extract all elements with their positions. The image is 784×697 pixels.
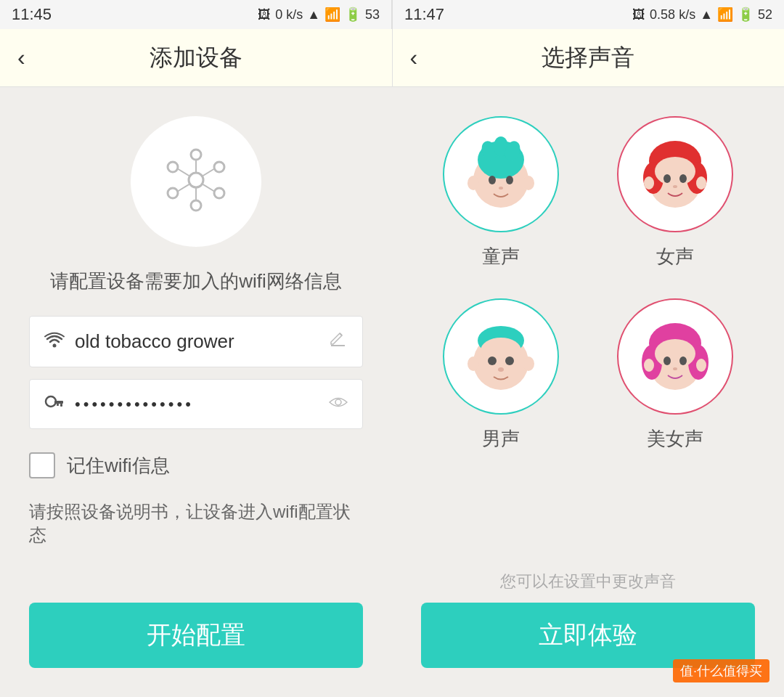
svg-point-57 (696, 359, 706, 372)
panel-add-device: 请配置设备需要加入的wifi网络信息 old tobacco grower (0, 87, 392, 697)
left-time: 11:45 (12, 5, 52, 24)
svg-point-55 (673, 367, 677, 370)
voice-label-female: 女声 (656, 244, 694, 269)
svg-point-19 (335, 399, 341, 405)
header-add-device: ‹ 添加设备 (0, 29, 393, 86)
voice-avatar-child (443, 116, 559, 232)
instruction-text-1: 请配置设备需要加入的wifi网络信息 (50, 269, 342, 294)
svg-point-25 (489, 176, 496, 184)
svg-point-42 (481, 338, 521, 364)
svg-point-43 (488, 356, 497, 365)
password-dots: •••••••••••••• (75, 395, 329, 414)
svg-point-4 (191, 200, 201, 211)
password-input-field[interactable]: •••••••••••••• (29, 379, 363, 429)
network-speed: 0 k/s (275, 7, 303, 23)
voice-label-male: 男声 (482, 426, 520, 452)
watermark: 值·什么值得买 (673, 659, 769, 682)
battery-level-right: 52 (758, 7, 772, 23)
start-experience-button[interactable]: 立即体验 (421, 603, 755, 668)
status-bar-left: 11:45 🖼 0 k/s ▲ 📶 🔋 53 (0, 0, 391, 29)
voice-item-child[interactable]: 童声 (436, 116, 566, 269)
svg-point-54 (679, 356, 687, 365)
svg-point-35 (663, 174, 671, 183)
voice-grid: 童声 (421, 116, 755, 452)
svg-point-45 (498, 367, 504, 372)
svg-point-13 (53, 343, 57, 347)
status-bar-right: 11:47 🖼 0.58 k/s ▲ 📶 🔋 52 (393, 0, 784, 29)
svg-point-1 (191, 150, 201, 160)
back-button-right[interactable]: ‹ (410, 44, 418, 71)
wifi-input-field[interactable]: old tobacco grower (29, 316, 363, 367)
right-status-icons: 🖼 0.58 k/s ▲ 📶 🔋 52 (632, 7, 772, 23)
wifi-ssid: old tobacco grower (75, 330, 329, 353)
signal-icon: 📶 (324, 7, 340, 23)
signal-icon-right: 📶 (717, 7, 733, 23)
wifi-icon-right: ▲ (700, 7, 713, 23)
photo-icon: 🖼 (258, 7, 271, 23)
left-status-icons: 🖼 0 k/s ▲ 📶 🔋 53 (258, 7, 380, 23)
svg-point-38 (644, 176, 654, 189)
svg-point-52 (655, 339, 695, 368)
voice-item-male[interactable]: 男声 (436, 298, 566, 452)
wifi-icon-field (44, 332, 65, 352)
voice-avatar-male (443, 298, 559, 415)
wifi-icon: ▲ (307, 7, 320, 23)
voice-avatar-female (617, 116, 733, 232)
battery-level: 53 (365, 7, 380, 23)
panel-left-bottom: 开始配置 (0, 588, 392, 697)
svg-point-3 (214, 188, 224, 198)
voice-label-beauty: 美女声 (647, 426, 703, 452)
svg-point-15 (46, 396, 56, 407)
svg-point-6 (168, 162, 178, 172)
svg-line-9 (202, 184, 215, 192)
voice-label-child: 童声 (482, 244, 520, 269)
voice-item-female[interactable]: 女声 (610, 116, 740, 269)
show-password-button[interactable] (329, 393, 348, 415)
svg-line-11 (177, 184, 190, 192)
remember-wifi-label: 记住wifi信息 (67, 453, 170, 478)
remember-wifi-row: 记住wifi信息 (29, 452, 363, 478)
start-config-button[interactable]: 开始配置 (29, 603, 363, 668)
svg-point-47 (523, 356, 534, 371)
svg-point-5 (168, 188, 178, 198)
svg-point-26 (506, 176, 513, 184)
main-content: 请配置设备需要加入的wifi网络信息 old tobacco grower (0, 87, 784, 697)
edit-wifi-button[interactable] (329, 330, 348, 354)
battery-icon: 🔋 (345, 7, 361, 23)
instruction-text-2: 请按照设备说明书，让设备进入wifi配置状态 (29, 500, 363, 547)
svg-point-53 (663, 356, 671, 365)
status-bars: 11:45 🖼 0 k/s ▲ 📶 🔋 53 11:47 🖼 0.58 k/s … (0, 0, 784, 29)
svg-point-39 (696, 176, 706, 189)
svg-rect-16 (54, 401, 63, 404)
settings-hint: 您可以在设置中更改声音 (421, 571, 755, 592)
svg-point-2 (214, 162, 224, 172)
right-time: 11:47 (404, 5, 444, 24)
svg-line-12 (177, 168, 190, 176)
back-button-left[interactable]: ‹ (17, 44, 25, 71)
battery-icon-right: 🔋 (738, 7, 754, 23)
key-icon (44, 394, 65, 415)
svg-rect-17 (60, 404, 62, 407)
network-speed-right: 0.58 k/s (650, 7, 695, 23)
header-title-right: 选择声音 (542, 42, 634, 74)
voice-item-beauty[interactable]: 美女声 (610, 298, 740, 452)
device-icon-wrapper (131, 116, 261, 247)
svg-point-29 (523, 176, 534, 190)
voice-avatar-beauty (617, 298, 733, 415)
remember-wifi-checkbox[interactable] (29, 452, 55, 478)
headers: ‹ 添加设备 ‹ 选择声音 (0, 29, 784, 87)
photo-icon-right: 🖼 (632, 7, 645, 23)
network-device-icon (160, 144, 232, 219)
svg-point-28 (467, 176, 479, 190)
svg-point-27 (499, 187, 503, 189)
svg-point-56 (644, 359, 654, 372)
svg-point-46 (467, 356, 479, 371)
header-select-sound: ‹ 选择声音 (393, 29, 785, 86)
svg-rect-18 (57, 404, 59, 406)
watermark-text: 值·什么值得买 (680, 664, 762, 678)
header-title-left: 添加设备 (150, 42, 242, 74)
svg-line-8 (202, 168, 215, 176)
svg-point-36 (679, 174, 687, 183)
svg-point-37 (673, 185, 677, 188)
svg-point-44 (505, 356, 514, 365)
